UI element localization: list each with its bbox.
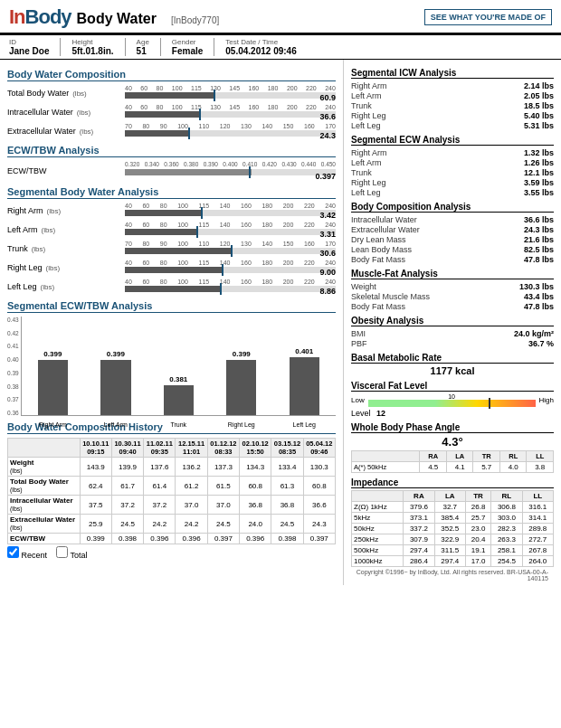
history-row: ECW/TBW0.3990.3980.3960.3960.3970.3960.3…	[8, 534, 336, 544]
ob-rows: BMI24.0 kg/m²PBF36.7 %	[351, 328, 554, 348]
right-row: Body Fat Mass47.8 lbs	[351, 301, 554, 311]
impedance-row: Z(Ω) 1kHz379.632.726.8306.8316.1	[352, 502, 554, 513]
secw-title: Segmental ECW Analysis	[351, 135, 554, 146]
bar-label: Intracellular Water (lbs)	[7, 108, 125, 117]
right-row: Body Fat Mass47.8 lbs	[351, 254, 554, 264]
ecwtbw-value: 0.397	[315, 172, 336, 181]
header: InBody Body Water [InBody770] SEE WHAT Y…	[0, 0, 561, 34]
bar-value: 36.6	[319, 112, 336, 121]
patient-age-field: Age 51	[137, 38, 161, 56]
history-table: 10.10.1109:1510.30.1109:4011.02.1109:351…	[7, 438, 336, 544]
secw-rows: Right Arm1.32 lbsLeft Arm1.26 lbsTrunk12…	[351, 147, 554, 197]
right-row: PBF36.7 %	[351, 338, 554, 348]
bar-value: 30.6	[319, 249, 336, 258]
ecwtbw-marker	[249, 166, 251, 178]
bmr-value: 1177 kcal	[351, 365, 554, 376]
bar-marker	[188, 128, 190, 139]
phase-angle-display: 4.3°	[351, 435, 554, 449]
bar-value: 8.86	[319, 287, 336, 296]
phase-angle-table: RALATRRLLLA(*) 50kHz4.54.15.74.03.8	[351, 450, 554, 473]
bar-label: Left Leg (lbs)	[7, 282, 125, 291]
impedance-row: 50kHz337.2352.523.0282.3289.8	[352, 524, 554, 534]
ecwtbw-track	[125, 169, 336, 175]
vf-title: Visceral Fat Level	[351, 381, 554, 392]
ecwtbw-row: ECW/TBW 0.3200.3400.3600.3800.3900.4000.…	[7, 161, 336, 181]
ecw-title: ECW/TBW Analysis	[7, 145, 336, 157]
patient-id-field: ID Jane Doe	[9, 38, 61, 56]
testdate-value: 05.04.2012 09:46	[225, 46, 296, 56]
vf-level-value: 12	[376, 409, 385, 418]
height-label: Height	[71, 38, 113, 46]
impedance-row: 1000kHz286.4297.417.0254.5264.0	[352, 556, 554, 567]
right-row: Skeletal Muscle Mass43.4 lbs	[351, 291, 554, 301]
footnote: Copyright ©1996~ by InBody, Ltd. All rig…	[351, 567, 554, 581]
right-row: Left Leg3.55 lbs	[351, 187, 554, 197]
mf-title: Muscle-Fat Analysis	[351, 269, 554, 279]
right-row: Left Arm2.05 lbs	[351, 90, 554, 100]
right-row: Weight130.3 lbs	[351, 281, 554, 291]
vf-level-row: Level 12	[351, 409, 554, 418]
ob-title: Obesity Analysis	[351, 316, 554, 326]
bar-container: 4060801001151401601802002202408.86	[125, 279, 336, 295]
gender-label: Gender	[172, 38, 203, 46]
ecwtbw-label: ECW/TBW	[7, 166, 125, 175]
right-row: Extracellular Water24.3 lbs	[351, 224, 554, 234]
total-checkbox[interactable]	[56, 546, 68, 558]
impedance-title: Impedance	[351, 477, 554, 488]
left-panel: Body Water Composition Total Body Water …	[0, 60, 344, 585]
main-content: Body Water Composition Total Body Water …	[0, 60, 561, 585]
right-panel: Segmental ICW Analysis Right Arm2.14 lbs…	[344, 60, 561, 585]
bc-title: Body Composition Analysis	[351, 202, 554, 213]
bar-value: 60.9	[319, 93, 336, 102]
bar-marker	[199, 109, 201, 120]
y-axis: 0.430.420.410.400.390.380.370.36	[7, 317, 21, 416]
bar-value: 9.00	[319, 268, 336, 277]
ecwtbw-fill	[125, 169, 252, 175]
bar-row: Left Leg (lbs)40608010011514016018020022…	[7, 279, 336, 295]
gender-value: Female	[172, 46, 203, 56]
pa-title: Whole Body Phase Angle	[351, 422, 554, 433]
bar-value: 3.42	[319, 211, 336, 220]
recent-checkbox-label[interactable]: Recent	[7, 546, 47, 560]
bar-row: Trunk (lbs)70809010011012013014015016017…	[7, 241, 336, 257]
segmental-ecwtbw-chart: 0.430.420.410.400.390.380.370.36 0.3810.…	[7, 317, 336, 416]
bmr-title: Basal Metabolic Rate	[351, 353, 554, 364]
bar-marker	[222, 264, 223, 276]
recent-checkbox[interactable]	[7, 546, 19, 558]
impedance-table: RALATRRLLLZ(Ω) 1kHz379.632.726.8306.8316…	[351, 490, 554, 567]
bwc-rows: Total Body Water (lbs)406080100115130145…	[7, 85, 336, 139]
patient-info: ID Jane Doe Height 5ft.01.8in. Age 51 Ge…	[0, 34, 561, 60]
right-row: Intracellular Water36.6 lbs	[351, 214, 554, 224]
ecwtbw-scale: 0.3200.3400.3600.3800.3900.4000.4100.420…	[125, 161, 336, 167]
right-row: Trunk18.5 lbs	[351, 100, 554, 110]
history-table-container: 10.10.1109:1510.30.1109:4011.02.1109:351…	[7, 438, 336, 544]
history-row: Extracellular Water(lbs)25.924.524.224.2…	[8, 515, 336, 534]
history-row: Total Body Water(lbs)62.461.761.461.261.…	[8, 477, 336, 496]
sbw-rows: Right Arm (lbs)4060801001151401601802002…	[7, 203, 336, 295]
right-row: Right Leg3.59 lbs	[351, 177, 554, 187]
bar-marker	[214, 90, 215, 101]
age-label: Age	[137, 38, 149, 46]
total-checkbox-label[interactable]: Total	[56, 546, 87, 560]
impedance-row: 5kHz373.1385.425.7303.0314.1	[352, 513, 554, 524]
sbw-title: Segmental Body Water Analysis	[7, 186, 336, 199]
bar-container: 40608010011513014516018020022024060.9	[125, 85, 336, 101]
right-row: Trunk12.1 lbs	[351, 167, 554, 177]
logo-model: [InBody770]	[171, 15, 219, 25]
bar-container: 4060801001151401601802002202403.31	[125, 222, 336, 238]
bar-label: Extracellular Water (lbs)	[7, 127, 125, 136]
id-value: Jane Doe	[9, 46, 49, 56]
right-row: BMI24.0 kg/m²	[351, 328, 554, 338]
bar-row: Right Leg (lbs)4060801001151401601802002…	[7, 260, 336, 276]
see-what-label: SEE WHAT YOU'RE MADE OF	[424, 9, 552, 25]
checkbox-row: Recent Total	[7, 546, 336, 560]
mf-rows: Weight130.3 lbsSkeletal Muscle Mass43.4 …	[351, 281, 554, 311]
seg-ecw-bars: 0.3810.399Right Arm0.3810.399Left Arm0.3…	[21, 317, 336, 416]
right-row: Left Arm1.26 lbs	[351, 157, 554, 167]
vf-track-container: 10	[368, 393, 536, 407]
vf-low: Low	[351, 396, 365, 404]
height-value: 5ft.01.8in.	[71, 46, 113, 56]
bar-label: Trunk (lbs)	[7, 244, 125, 253]
testdate-label: Test Date / Time	[225, 38, 296, 46]
age-value: 51	[137, 46, 149, 56]
